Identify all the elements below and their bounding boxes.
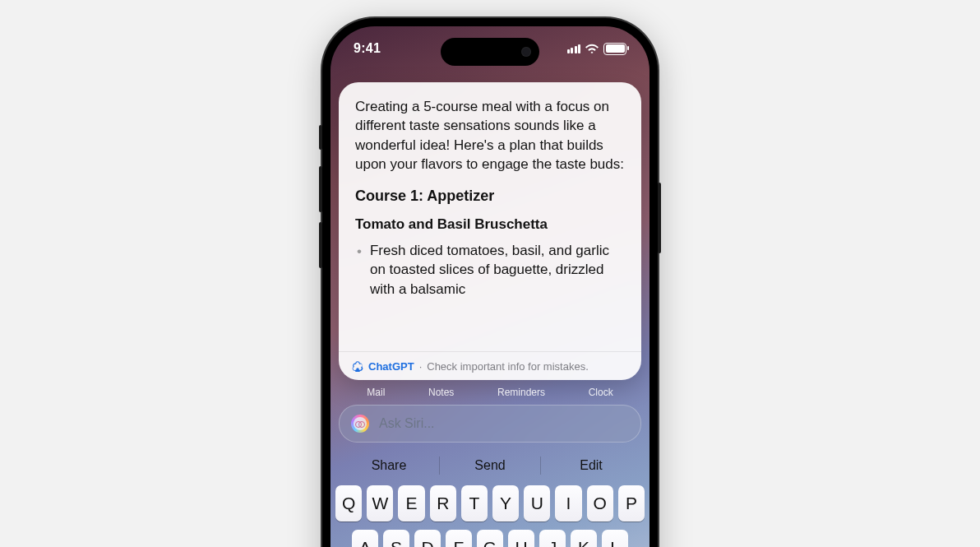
- action-bar: Share Send Edit: [339, 449, 641, 482]
- send-button[interactable]: Send: [440, 458, 540, 473]
- dock-label-notes: Notes: [428, 387, 454, 398]
- response-intro: Creating a 5-course meal with a focus on…: [355, 97, 625, 174]
- key-s[interactable]: S: [383, 530, 409, 547]
- response-card: Creating a 5-course meal with a focus on…: [339, 82, 641, 380]
- key-u[interactable]: U: [524, 485, 550, 522]
- siri-icon: [351, 415, 369, 433]
- key-e[interactable]: E: [398, 485, 424, 522]
- key-g[interactable]: G: [477, 530, 503, 547]
- volume-up-button: [319, 166, 322, 212]
- key-q[interactable]: Q: [335, 485, 362, 522]
- side-button: [658, 183, 661, 253]
- dock-label-reminders: Reminders: [497, 387, 545, 398]
- dish-heading: Tomato and Basil Bruschetta: [355, 216, 625, 233]
- key-r[interactable]: R: [430, 485, 456, 522]
- camera-icon: [521, 47, 531, 57]
- source-name[interactable]: ChatGPT: [368, 360, 414, 373]
- disclaimer-text: Check important info for mistakes.: [427, 360, 589, 373]
- cellular-icon: [567, 44, 581, 53]
- key-k[interactable]: K: [571, 530, 597, 547]
- key-a[interactable]: A: [352, 530, 378, 547]
- key-f[interactable]: F: [446, 530, 472, 547]
- keyboard: Q W E R T Y U I O P A S D F G H J K L: [331, 485, 649, 547]
- share-button[interactable]: Share: [339, 458, 439, 473]
- bullet-item: • Fresh diced tomatoes, basil, and garli…: [355, 241, 625, 299]
- key-o[interactable]: O: [587, 485, 613, 522]
- key-i[interactable]: I: [555, 485, 581, 522]
- chatgpt-icon: [352, 360, 363, 372]
- status-right: [567, 43, 627, 55]
- volume-down-button: [319, 222, 322, 268]
- status-time: 9:41: [354, 41, 381, 56]
- keyboard-row-2: A S D F G H J K L: [335, 530, 645, 547]
- siri-input[interactable]: [377, 415, 629, 432]
- response-body[interactable]: Creating a 5-course meal with a focus on…: [339, 82, 641, 351]
- wifi-icon: [585, 44, 599, 53]
- response-footer: ChatGPT · Check important info for mista…: [339, 351, 641, 380]
- key-d[interactable]: D: [414, 530, 441, 547]
- source-separator: ·: [419, 360, 423, 373]
- bullet-dot-icon: •: [357, 242, 362, 299]
- dock-label-clock: Clock: [589, 387, 613, 398]
- key-p[interactable]: P: [618, 485, 645, 522]
- edit-button[interactable]: Edit: [541, 458, 641, 473]
- bullet-text: Fresh diced tomatoes, basil, and garlic …: [370, 241, 625, 299]
- key-t[interactable]: T: [461, 485, 488, 522]
- battery-icon: [603, 43, 626, 55]
- key-l[interactable]: L: [602, 530, 628, 547]
- dock-label-mail: Mail: [367, 387, 385, 398]
- dock-labels: Mail Notes Reminders Clock: [331, 387, 649, 398]
- dynamic-island: [441, 38, 539, 66]
- key-y[interactable]: Y: [492, 485, 519, 522]
- screen: 9:41 Creating a 5-course meal with a foc…: [331, 26, 649, 547]
- siri-input-bar[interactable]: [339, 405, 641, 443]
- iphone-frame: 9:41 Creating a 5-course meal with a foc…: [322, 18, 658, 547]
- course-heading: Course 1: Appetizer: [355, 188, 625, 205]
- key-w[interactable]: W: [367, 485, 393, 522]
- key-j[interactable]: J: [539, 530, 566, 547]
- key-h[interactable]: H: [508, 530, 534, 547]
- silence-switch: [319, 125, 322, 150]
- keyboard-row-1: Q W E R T Y U I O P: [335, 485, 645, 522]
